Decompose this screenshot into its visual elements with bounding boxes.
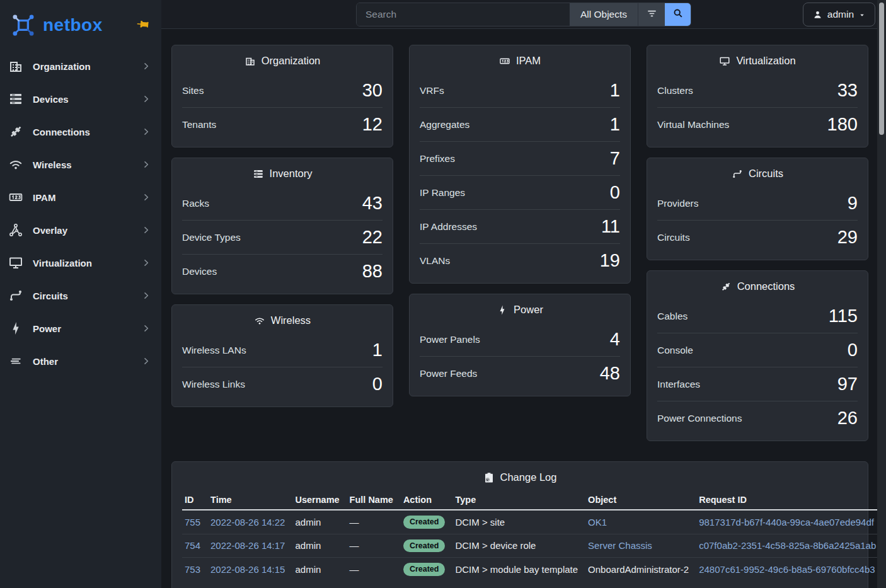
- column-header-object[interactable]: Object: [583, 492, 694, 510]
- stat-row-virtual-machines[interactable]: Virtual Machines 180: [647, 108, 868, 141]
- stat-row-power-feeds[interactable]: Power Feeds 48: [410, 357, 630, 390]
- request-id-link[interactable]: 24807c61-9952-49c6-b8a5-69760bfcc4b3: [699, 564, 875, 575]
- stat-row-device-types[interactable]: Device Types 22: [172, 221, 393, 254]
- stat-value: 30: [362, 80, 383, 101]
- stat-row-vlans[interactable]: VLANs 19: [410, 244, 630, 277]
- type-cell: DCIM > device role: [455, 540, 536, 551]
- time-link[interactable]: 2022-08-26 14:15: [210, 564, 285, 575]
- stat-row-ip-ranges[interactable]: IP Ranges 0: [410, 176, 630, 209]
- stat-row-interfaces[interactable]: Interfaces 97: [647, 367, 868, 401]
- rack-icon: [253, 168, 264, 180]
- monitor-icon: [719, 55, 730, 67]
- column-middle: IPAM VRFs 1 Aggregates 1 Prefixes 7 IP R…: [409, 45, 631, 396]
- stat-value: 7: [610, 148, 620, 169]
- stat-row-wireless-lans[interactable]: Wireless LANs 1: [172, 333, 393, 367]
- sidebar: netbox Organization Devices Connections …: [0, 0, 161, 588]
- global-search: All Objects: [356, 3, 691, 26]
- card-title-label: Virtualization: [736, 55, 795, 67]
- stat-value: 43: [362, 193, 383, 214]
- stat-row-aggregates[interactable]: Aggregates 1: [410, 108, 630, 141]
- chevron-right-icon: [141, 258, 151, 268]
- netbox-wordmark[interactable]: netbox: [43, 15, 103, 35]
- sidebar-item-devices[interactable]: Devices: [0, 83, 161, 115]
- column-header-id[interactable]: ID: [182, 492, 205, 510]
- username-cell: admin: [295, 564, 321, 575]
- stat-row-cables[interactable]: Cables 115: [647, 299, 868, 333]
- column-header-full-name[interactable]: Full Name: [345, 492, 398, 510]
- changelog-header-row: IDTimeUsernameFull NameActionTypeObjectR…: [182, 492, 881, 510]
- time-link[interactable]: 2022-08-26 14:22: [210, 517, 285, 527]
- sidebar-item-ipam[interactable]: IPAM: [0, 181, 161, 214]
- stat-row-clusters[interactable]: Clusters 33: [647, 74, 868, 107]
- stat-label: Clusters: [657, 85, 693, 96]
- sidebar-item-organization[interactable]: Organization: [0, 50, 161, 83]
- card-title: Virtualization: [647, 45, 868, 74]
- stat-row-providers[interactable]: Providers 9: [647, 187, 868, 220]
- stat-row-prefixes[interactable]: Prefixes 7: [410, 142, 630, 175]
- stat-value: 26: [837, 408, 858, 429]
- scrollbar[interactable]: [877, 0, 886, 588]
- changelog-table: IDTimeUsernameFull NameActionTypeObjectR…: [182, 492, 881, 581]
- search-submit-button[interactable]: [665, 3, 691, 26]
- stat-card-inventory: Inventory Racks 43 Device Types 22 Devic…: [171, 158, 393, 294]
- column-header-username[interactable]: Username: [290, 492, 344, 510]
- sidebar-item-overlay[interactable]: Overlay: [0, 214, 161, 246]
- search-filter-button[interactable]: [638, 3, 665, 26]
- object-link[interactable]: Server Chassis: [588, 540, 652, 551]
- stat-label: Wireless LANs: [182, 345, 246, 356]
- stat-row-devices[interactable]: Devices 88: [172, 255, 393, 288]
- card-title-label: IPAM: [516, 55, 541, 67]
- sidebar-item-power[interactable]: Power: [0, 312, 161, 345]
- stat-label: IP Ranges: [420, 187, 465, 199]
- id-link[interactable]: 753: [185, 564, 200, 575]
- user-menu-button[interactable]: admin: [803, 3, 875, 26]
- column-header-request-id[interactable]: Request ID: [694, 492, 881, 510]
- column-header-action[interactable]: Action: [398, 492, 451, 510]
- chevron-right-icon: [141, 61, 151, 71]
- stat-row-tenants[interactable]: Tenants 12: [172, 108, 393, 141]
- sidebar-item-circuits[interactable]: Circuits: [0, 279, 161, 312]
- request-id-link[interactable]: 9817317d-b67f-440a-99ca-4ae07ede94df: [699, 517, 874, 527]
- request-id-link[interactable]: c07f0ab2-2351-4c58-825a-8b6a2425a1ab: [699, 540, 876, 551]
- sidebar-item-wireless[interactable]: Wireless: [0, 148, 161, 181]
- search-scope-button[interactable]: All Objects: [570, 3, 638, 26]
- stat-card-organization: Organization Sites 30 Tenants 12: [171, 45, 393, 147]
- stat-row-console[interactable]: Console 0: [647, 333, 868, 367]
- chevron-right-icon: [141, 94, 151, 104]
- stat-label: Cables: [657, 311, 688, 322]
- stat-value: 115: [829, 306, 858, 326]
- stat-row-sites[interactable]: Sites 30: [172, 74, 393, 107]
- action-badge: Created: [403, 516, 446, 529]
- stat-label: Providers: [657, 198, 698, 209]
- id-link[interactable]: 754: [185, 540, 200, 551]
- stat-value: 1: [372, 340, 383, 360]
- sidebar-item-label: Circuits: [33, 291, 141, 301]
- stat-row-vrfs[interactable]: VRFs 1: [410, 74, 630, 107]
- search-input[interactable]: [357, 3, 570, 26]
- sidebar-item-connections[interactable]: Connections: [0, 115, 161, 148]
- object-link[interactable]: OK1: [588, 517, 607, 527]
- stat-row-wireless-links[interactable]: Wireless Links 0: [172, 367, 393, 401]
- stat-row-racks[interactable]: Racks 43: [172, 187, 393, 220]
- stat-row-circuits[interactable]: Circuits 29: [647, 221, 868, 254]
- column-header-time[interactable]: Time: [205, 492, 290, 510]
- stat-row-power-panels[interactable]: Power Panels 4: [410, 323, 630, 356]
- app-window: netbox Organization Devices Connections …: [0, 0, 886, 588]
- stat-value: 11: [601, 216, 620, 237]
- column-header-type[interactable]: Type: [450, 492, 583, 510]
- id-link[interactable]: 755: [185, 517, 200, 527]
- sidebar-item-label: Wireless: [33, 159, 141, 170]
- scrollbar-thumb[interactable]: [879, 3, 884, 135]
- sidebar-item-label: Organization: [33, 61, 141, 72]
- stat-label: Wireless Links: [182, 379, 245, 390]
- time-link[interactable]: 2022-08-26 14:17: [210, 540, 285, 551]
- stat-row-ip-addresses[interactable]: IP Addresses 11: [410, 210, 630, 243]
- stat-card-virtualization: Virtualization Clusters 33 Virtual Machi…: [647, 45, 868, 147]
- stat-row-power-connections[interactable]: Power Connections 26: [647, 401, 868, 435]
- card-title-label: Power: [514, 304, 543, 316]
- pin-sidebar-button[interactable]: [136, 18, 150, 30]
- sidebar-item-virtualization[interactable]: Virtualization: [0, 246, 161, 279]
- netbox-logo-icon[interactable]: [10, 12, 37, 38]
- sidebar-item-other[interactable]: Other: [0, 345, 161, 378]
- card-title: Circuits: [647, 158, 868, 187]
